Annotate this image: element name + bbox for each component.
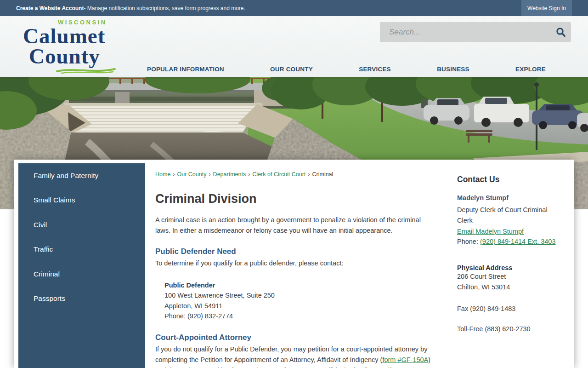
- breadcrumb-separator: ›: [248, 171, 250, 178]
- nav-services[interactable]: SERVICES: [359, 66, 391, 73]
- search-icon: [556, 27, 566, 37]
- breadcrumb-separator: ›: [209, 171, 210, 178]
- public-defender-lead: To determine if you qualify for a public…: [155, 258, 436, 269]
- nav-our-county[interactable]: OUR COUNTY: [270, 66, 313, 73]
- contact-phone-row: Phone: (920) 849-1414 Ext. 3403: [457, 236, 559, 247]
- county-logo[interactable]: WISCONSIN Calumet County: [23, 19, 124, 75]
- breadcrumb-separator: ›: [173, 171, 175, 178]
- breadcrumb-separator: ›: [308, 171, 310, 178]
- sidebar-item-small-claims[interactable]: Small Claims: [18, 188, 145, 213]
- court-appointed-paragraph: If you do not qualify for a Public Defen…: [155, 344, 436, 368]
- section-sidebar: Family and Paternity Small Claims Civil …: [18, 163, 145, 368]
- public-defender-org: Public Defender: [164, 280, 436, 291]
- page-title: Criminal Division: [155, 192, 436, 206]
- account-promo-text: - Manage notification subscriptions, sav…: [84, 5, 245, 12]
- site-header: WISCONSIN Calumet County POPULAR INFORMA…: [0, 16, 588, 77]
- breadcrumb-home[interactable]: Home: [155, 171, 170, 178]
- public-defender-heading: Public Defender Need: [155, 247, 436, 256]
- content-card: Family and Paternity Small Claims Civil …: [14, 160, 574, 368]
- physical-address-heading: Physical Address: [457, 264, 559, 271]
- create-account-link[interactable]: Create a Website Account: [16, 5, 84, 12]
- public-defender-address-line1: 100 West Lawrence Street, Suite 250: [164, 290, 436, 301]
- nav-explore[interactable]: EXPLORE: [515, 66, 546, 73]
- fax-number: Fax (920) 849-1483: [457, 305, 559, 312]
- form-gf-150a-link[interactable]: form #GF-150A: [382, 356, 428, 363]
- nav-popular-information[interactable]: POPULAR INFORMATION: [147, 66, 224, 73]
- phone-label: Phone:: [457, 238, 480, 245]
- search-input[interactable]: [380, 22, 551, 42]
- breadcrumb-our-county[interactable]: Our County: [177, 171, 207, 178]
- nav-business[interactable]: BUSINESS: [437, 66, 469, 73]
- public-defender-phone: Phone: (920) 832-2774: [164, 311, 436, 322]
- breadcrumb-departments[interactable]: Departments: [213, 171, 246, 178]
- court-appointed-heading: Court-Appointed Attorney: [155, 333, 436, 342]
- email-contact-link[interactable]: Email Madelyn Stumpf: [457, 228, 524, 235]
- logo-name-line1: Calumet: [23, 26, 124, 46]
- search-button[interactable]: [551, 22, 571, 42]
- sidebar-item-civil[interactable]: Civil: [18, 213, 145, 237]
- toll-free-number: Toll-Free (883) 620-2730: [457, 325, 559, 333]
- phone-link[interactable]: (920) 849-1414 Ext. 3403: [480, 238, 555, 245]
- site-search: [380, 22, 571, 42]
- public-defender-address-block: Public Defender 100 West Lawrence Street…: [164, 280, 436, 322]
- sidebar-item-criminal[interactable]: Criminal: [18, 262, 145, 287]
- contact-panel: Contact Us Madelyn Stumpf Deputy Clerk o…: [457, 175, 559, 333]
- physical-address-line1: 206 Court Street: [457, 271, 559, 282]
- breadcrumb: Home›Our County›Departments›Clerk of Cir…: [155, 171, 436, 178]
- sidebar-item-traffic[interactable]: Traffic: [18, 237, 145, 262]
- main-content: Home›Our County›Departments›Clerk of Cir…: [155, 171, 436, 368]
- account-promo: Create a Website Account - Manage notifi…: [16, 0, 245, 16]
- contact-person-name: Madelyn Stumpf: [457, 194, 559, 201]
- logo-swoosh-icon: [55, 67, 117, 75]
- breadcrumb-current: Criminal: [312, 171, 334, 178]
- logo-name-line2: County: [29, 46, 124, 66]
- breadcrumb-clerk-of-circuit-court[interactable]: Clerk of Circuit Court: [252, 171, 305, 178]
- contact-us-heading: Contact Us: [457, 175, 559, 184]
- contact-person-title: Deputy Clerk of Court Criminal Clerk: [457, 205, 559, 226]
- main-navigation: POPULAR INFORMATION OUR COUNTY SERVICES …: [147, 66, 546, 73]
- sidebar-item-family-and-paternity[interactable]: Family and Paternity: [18, 163, 145, 188]
- website-sign-in-button[interactable]: Website Sign In: [521, 0, 572, 16]
- sidebar-item-passports[interactable]: Passports: [18, 287, 145, 311]
- physical-address-line2: Chilton, WI 53014: [457, 282, 559, 293]
- form-link-2[interactable]: form: [390, 367, 403, 368]
- top-utility-bar: Create a Website Account - Manage notifi…: [0, 0, 588, 16]
- public-defender-address-line2: Appleton, WI 54911: [164, 301, 436, 311]
- intro-paragraph: A criminal case is an action brought by …: [155, 215, 436, 236]
